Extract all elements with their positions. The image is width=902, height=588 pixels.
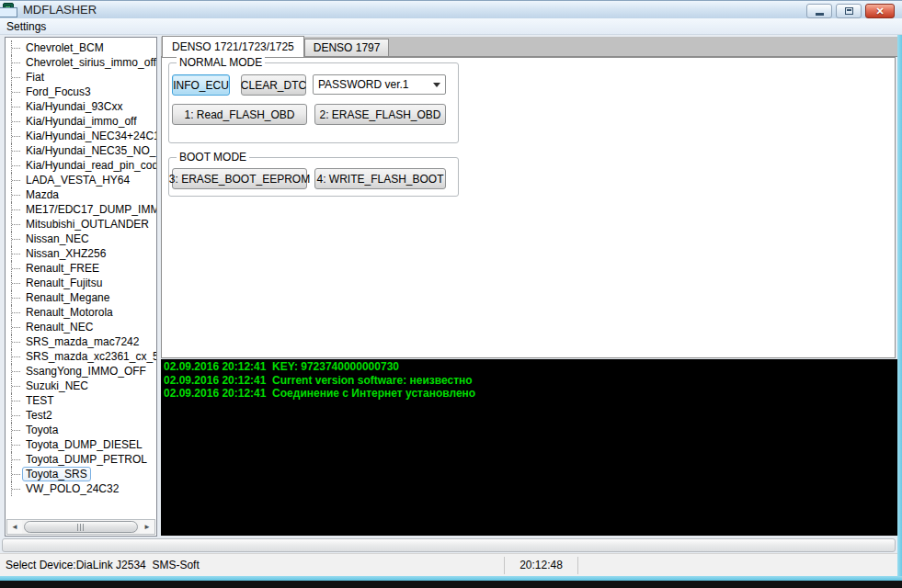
tree-connector-icon	[11, 349, 22, 364]
tree-connector-icon	[11, 217, 22, 232]
tree-item-label: Renault_Megane	[22, 290, 113, 305]
tree-item-label: Toyota_SRS	[22, 467, 91, 481]
tree-item[interactable]: Suzuki_NEC	[6, 379, 156, 393]
tree-item-label: Kia/Hyundai_read_pin_code	[22, 158, 157, 173]
tree-item[interactable]: Toyota_DUMP_PETROL	[6, 452, 156, 467]
tree-item[interactable]: Renault_NEC	[6, 320, 156, 334]
tree-item[interactable]: Ford_Focus3	[6, 85, 156, 99]
tree-item[interactable]: Toyota_SRS	[6, 467, 156, 481]
tree-item-label: Kia/Hyundai_93Cxx	[22, 99, 126, 114]
scroll-track[interactable]	[22, 520, 140, 534]
tree-item[interactable]: Renault_Motorola	[6, 305, 156, 320]
minimize-button[interactable]	[806, 4, 832, 18]
info-ecu-button[interactable]: INFO_ECU	[172, 74, 230, 96]
tree-connector-icon	[11, 187, 22, 202]
console-log: 02.09.2016 20:12:41 KEY: 972374000000073…	[161, 359, 897, 536]
tree-item[interactable]: Nissan_NEC	[6, 232, 156, 246]
tree-item-label: Mazda	[22, 187, 63, 202]
tree-connector-icon	[11, 437, 22, 452]
tabstrip: DENSO 1721/1723/1725 DENSO 1797	[161, 37, 897, 57]
statusbar: Select Device:DiaLink J2534 SMS-Soft 20:…	[0, 553, 897, 576]
boot-mode-legend: BOOT MODE	[177, 151, 249, 164]
window-shadow-bottom	[0, 581, 902, 588]
tree-item-label: Renault_Fujitsu	[22, 276, 106, 290]
tree-item[interactable]: Test2	[6, 408, 156, 423]
tree-item[interactable]: TEST	[6, 393, 156, 408]
tree-item-label: VW_POLO_24C32	[22, 481, 122, 496]
tree-item[interactable]: Renault_Megane	[6, 290, 156, 305]
close-button[interactable]: ✕	[865, 4, 895, 18]
tree-item[interactable]: Kia/Hyundai_NEC35_NO_EXT	[6, 143, 156, 158]
tree-connector-icon	[11, 467, 22, 481]
tree-item-label: SsangYong_IMMO_OFF	[22, 364, 150, 379]
tree-connector-icon	[11, 40, 22, 55]
menu-item-settings[interactable]: Settings	[0, 18, 52, 35]
maximize-button[interactable]	[836, 4, 862, 18]
tree-item[interactable]: Toyota_DUMP_DIESEL	[6, 437, 156, 452]
tree-item-label: Toyota_DUMP_PETROL	[22, 452, 151, 467]
tree-item-label: TEST	[22, 393, 58, 408]
password-version-select[interactable]: PASSWORD ver.1	[313, 74, 446, 95]
tree-item[interactable]: Kia/Hyundai_NEC34+24C16	[6, 129, 156, 143]
tree-connector-icon	[11, 379, 22, 393]
tree-item[interactable]: SsangYong_IMMO_OFF	[6, 364, 156, 379]
progress-bar	[2, 538, 896, 552]
statusbar-divider	[577, 557, 578, 574]
device-status-text: Select Device:DiaLink J2534 SMS-Soft	[0, 559, 504, 571]
tree-connector-icon	[11, 158, 22, 173]
window-controls: ✕	[806, 4, 895, 18]
tab-denso-1797[interactable]: DENSO 1797	[304, 39, 390, 56]
tree-item[interactable]: Toyota	[6, 423, 156, 437]
tree-item-label: Mitsubishi_OUTLANDER	[22, 217, 153, 232]
normal-mode-legend: NORMAL MODE	[177, 56, 265, 69]
tree-item-label: Renault_NEC	[22, 320, 97, 334]
tab-page: NORMAL MODE INFO_ECU CLEAR_DTC PASSWORD …	[161, 57, 896, 358]
tree-item[interactable]: Nissan_XHZ256	[6, 246, 156, 261]
tree-item[interactable]: ME17/EDC17_DUMP_IMMOFF	[6, 202, 156, 217]
tree-list: Chevrolet_BCMChevrolet_sirius_immo_offFi…	[6, 40, 156, 496]
tree-item[interactable]: Fiat	[6, 70, 156, 85]
tree-connector-icon	[11, 55, 22, 70]
console-line: 02.09.2016 20:12:41 Соединение с Интерне…	[164, 387, 897, 401]
tree-item[interactable]: Renault_FREE	[6, 261, 156, 276]
clock-text: 20:12:48	[505, 559, 577, 571]
tree-item[interactable]: Kia/Hyundai_read_pin_code	[6, 158, 156, 173]
chevron-down-icon	[433, 83, 440, 87]
tree-item[interactable]: Kia/Hyundai_93Cxx	[6, 99, 156, 114]
scroll-thumb[interactable]	[24, 521, 138, 533]
clear-dtc-button[interactable]: CLEAR_DTC	[241, 74, 306, 96]
app-window: MDFLASHER ✕ Settings Chevrolet_BCMChevro…	[0, 0, 902, 588]
minimize-icon	[816, 13, 824, 16]
tree-connector-icon	[11, 173, 22, 187]
tree-hscrollbar[interactable]: ◄ ►	[6, 519, 155, 535]
tab-denso-1721-1723-1725[interactable]: DENSO 1721/1723/1725	[162, 36, 304, 57]
tree-item[interactable]: VW_POLO_24C32	[6, 481, 156, 496]
tree-item[interactable]: Mazda	[6, 187, 156, 202]
tree-item-label: Kia/Hyundai_immo_off	[22, 114, 141, 129]
tree-item-label: Ford_Focus3	[22, 85, 95, 99]
tree-item-label: Toyota	[22, 423, 62, 437]
read-flash-obd-button[interactable]: 1: Read_FLASH_OBD	[172, 104, 307, 125]
erase-flash-obd-button[interactable]: 2: ERASE_FLASH_OBD	[314, 104, 446, 125]
scroll-right-arrow-icon[interactable]: ►	[140, 520, 154, 534]
tree-item[interactable]: LADA_VESTA_HY64	[6, 173, 156, 187]
window-title: MDFLASHER	[23, 3, 97, 17]
tree-item[interactable]: Chevrolet_sirius_immo_off	[6, 55, 156, 70]
tree-connector-icon	[11, 70, 22, 85]
tree-connector-icon	[11, 114, 22, 129]
tree-connector-icon	[11, 393, 22, 408]
tree-item[interactable]: Renault_Fujitsu	[6, 276, 156, 290]
tree-item[interactable]: Mitsubishi_OUTLANDER	[6, 217, 156, 232]
erase-boot-eeprom-button[interactable]: 3: ERASE_BOOT_EEPROM	[172, 168, 307, 189]
tree-item[interactable]: SRS_mazda_mac7242	[6, 334, 156, 349]
tree-connector-icon	[11, 276, 22, 290]
password-version-value: PASSWORD ver.1	[318, 78, 428, 91]
scroll-left-arrow-icon[interactable]: ◄	[7, 520, 22, 534]
tree-connector-icon	[11, 261, 22, 276]
tree-item-label: Kia/Hyundai_NEC35_NO_EXT	[22, 143, 157, 158]
tree-item[interactable]: Chevrolet_BCM	[6, 40, 156, 55]
tree-item[interactable]: SRS_mazda_xc2361_cx_5	[6, 349, 156, 364]
tree-connector-icon	[11, 452, 22, 467]
write-flash-boot-button[interactable]: 4: WRITE_FLASH_BOOT	[314, 168, 446, 189]
tree-item[interactable]: Kia/Hyundai_immo_off	[6, 114, 156, 129]
